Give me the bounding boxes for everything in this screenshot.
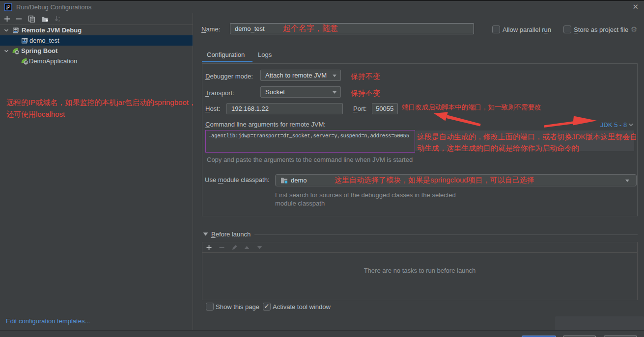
- gear-icon[interactable]: ⚙: [631, 25, 637, 34]
- tree-item-label: Remote JVM Debug: [22, 26, 82, 34]
- new-folder-icon[interactable]: [41, 16, 49, 23]
- debugger-mode-label: Debugger mode:: [205, 73, 253, 80]
- tab-logs[interactable]: Logs: [258, 51, 272, 58]
- edit-task-pencil-icon[interactable]: [231, 244, 238, 251]
- edit-configuration-templates-link[interactable]: Edit configuration templates...: [6, 317, 90, 325]
- host-value: 192.168.1.22: [231, 104, 269, 114]
- store-as-project-file-checkbox[interactable]: [563, 26, 571, 33]
- before-launch-toolbar: [202, 242, 637, 253]
- command-line-arguments-textarea[interactable]: -agentlib:jdwp=transport=dt_socket,serve…: [205, 130, 415, 153]
- debugger-mode-annotation-text: 保持不变: [351, 72, 380, 81]
- configurations-sidebar: a z Remote JVM Debug: [0, 13, 193, 330]
- chevron-down-icon: [629, 123, 633, 127]
- before-launch-tasks-box: There are no tasks to run before launch: [202, 242, 638, 300]
- host-label: Host:: [205, 105, 220, 112]
- svg-text:z: z: [58, 19, 60, 22]
- transport-select[interactable]: Socket: [260, 86, 341, 98]
- tooltip-remnant: [555, 316, 644, 330]
- svg-text:a: a: [58, 16, 60, 19]
- module-classpath-hint-line2: module classpath: [275, 200, 325, 207]
- remote-jvm-debug-icon: [12, 26, 20, 34]
- tree-item-label: DemoApplication: [29, 57, 77, 65]
- command-line-arguments-value: -agentlib:jdwp=transport=dt_socket,serve…: [208, 133, 409, 139]
- show-this-page-label: Show this page: [216, 303, 259, 311]
- module-classpath-select[interactable]: demo 这里自动选择了模块，如果是springcloud项目，可以自己选择: [275, 174, 637, 186]
- store-as-project-file-label: Store as project file: [574, 26, 628, 33]
- chevron-down-icon: [333, 91, 336, 94]
- port-label: Port:: [353, 105, 366, 112]
- title-bar: IJ Run/Debug Configurations ✕: [0, 1, 644, 13]
- move-down-icon[interactable]: [257, 246, 262, 249]
- transport-annotation-text: 保持不变: [351, 89, 380, 98]
- transport-value: Socket: [265, 87, 285, 97]
- chevron-down-icon[interactable]: [3, 27, 9, 33]
- remove-configuration-icon[interactable]: [16, 16, 22, 22]
- module-classpath-annotation-text: 这里自动选择了模块，如果是springcloud项目，可以自己选择: [335, 175, 534, 186]
- tree-item-label: demo_test: [29, 37, 59, 44]
- module-classpath-value: demo: [291, 175, 307, 186]
- remote-jvm-debug-icon: [21, 37, 28, 44]
- module-icon: [280, 177, 288, 184]
- dialog-title: Run/Debug Configurations: [16, 3, 91, 11]
- tree-item-label: Spring Boot: [21, 47, 57, 54]
- tree-item-remote-jvm-debug[interactable]: Remote JVM Debug: [0, 25, 193, 35]
- dialog-footer: [0, 330, 644, 337]
- name-value: demo_test: [235, 24, 265, 34]
- run-debug-configurations-dialog: IJ Run/Debug Configurations ✕: [0, 0, 644, 337]
- tree-item-demo-application[interactable]: DemoApplication: [0, 56, 193, 66]
- host-input[interactable]: 192.168.1.22: [226, 103, 343, 114]
- no-tasks-message: There are no tasks to run before launch: [202, 253, 637, 300]
- svg-text:IJ: IJ: [6, 4, 9, 9]
- collapse-triangle-icon[interactable]: [203, 232, 208, 236]
- activate-tool-window-checkbox[interactable]: ✓: [263, 303, 271, 311]
- before-launch-label[interactable]: Before launch: [211, 231, 251, 238]
- add-task-icon[interactable]: [206, 244, 212, 251]
- active-tab-underline: [202, 61, 252, 62]
- name-label: Name:: [201, 26, 220, 33]
- name-input[interactable]: demo_test 起个名字，随意: [230, 23, 474, 34]
- module-classpath-label: Use module classpath:: [205, 176, 270, 183]
- host-annotation-text: 远程的IP或域名，如果监控的本机jar包启动的springboot， 还可使用l…: [6, 97, 196, 120]
- chevron-down-icon: [333, 75, 336, 77]
- command-line-annotation-text: 这段是自动生成的，修改上面的端口，或者切换JDK版本这里都会自 动生成，这里生成…: [417, 131, 637, 154]
- add-configuration-icon[interactable]: [4, 16, 10, 22]
- check-icon: ✓: [264, 302, 270, 310]
- copy-paste-hint: Copy and paste the arguments to the comm…: [207, 156, 413, 163]
- spring-boot-icon: [12, 47, 20, 54]
- spring-boot-icon: [21, 57, 28, 65]
- chevron-down-icon: [625, 180, 629, 182]
- tab-configuration[interactable]: Configuration: [207, 51, 245, 58]
- port-value: 50055: [376, 104, 393, 114]
- tree-item-spring-boot[interactable]: Spring Boot: [0, 46, 193, 56]
- intellij-logo-icon: IJ: [4, 3, 12, 11]
- port-annotation-text: 端口改成启动脚本中的端口，如一致则不需要改: [402, 103, 541, 112]
- jdk-version-selector[interactable]: JDK 5 - 8: [600, 121, 633, 129]
- sidebar-toolbar: a z: [0, 13, 193, 25]
- allow-parallel-run-checkbox[interactable]: [492, 26, 500, 33]
- module-classpath-hint-line1: First search for sources of the debugged…: [275, 191, 456, 199]
- activate-tool-window-label: Activate tool window: [273, 303, 331, 311]
- sort-configurations-icon[interactable]: a z: [54, 15, 61, 23]
- transport-label: Transport:: [205, 89, 234, 97]
- show-this-page-checkbox[interactable]: [206, 303, 214, 311]
- name-annotation-text: 起个名字，随意: [283, 24, 338, 34]
- debugger-mode-value: Attach to remote JVM: [265, 70, 327, 80]
- port-input[interactable]: 50055: [372, 103, 398, 114]
- copy-configuration-icon[interactable]: [28, 15, 35, 23]
- command-line-label: Command line arguments for remote JVM:: [205, 121, 326, 128]
- allow-parallel-run-label: Allow parallel run: [503, 26, 551, 33]
- remove-task-icon[interactable]: [219, 244, 225, 251]
- chevron-down-icon[interactable]: [3, 48, 9, 54]
- move-up-icon[interactable]: [244, 246, 250, 249]
- before-launch-separator: [254, 234, 638, 235]
- debugger-mode-select[interactable]: Attach to remote JVM: [260, 70, 341, 81]
- tree-item-demo-test[interactable]: demo_test: [0, 35, 193, 46]
- close-icon[interactable]: ✕: [632, 2, 639, 11]
